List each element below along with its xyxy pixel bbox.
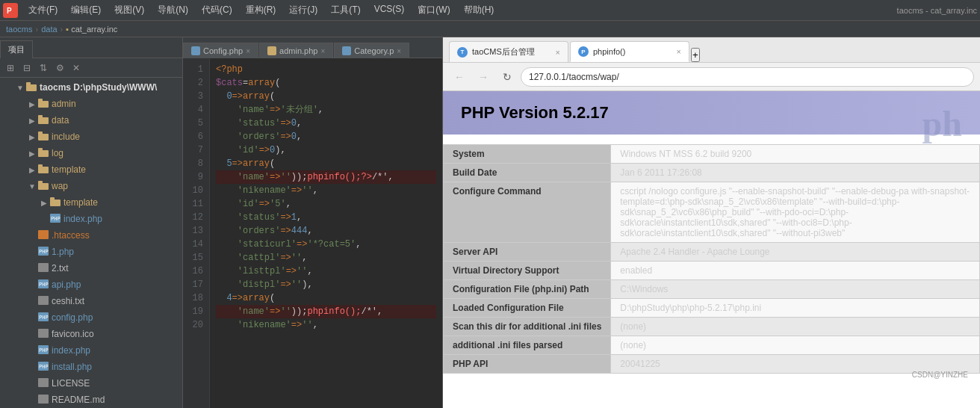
phpinfo-value: Jan 6 2011 17:26:08 bbox=[611, 164, 980, 182]
tree-item[interactable]: ▶data bbox=[0, 112, 182, 129]
menu-item[interactable]: 视图(V) bbox=[108, 2, 150, 18]
menu-item[interactable]: 工具(T) bbox=[325, 2, 366, 18]
forward-button[interactable]: → bbox=[473, 67, 494, 87]
code-editor: 1234567891011121314151617181920 <?php$ca… bbox=[183, 58, 442, 408]
code-line: 'listtpl'=>'', bbox=[216, 265, 436, 278]
php-version-title: PHP Version 5.2.17 bbox=[461, 103, 962, 123]
php-logo: ph bbox=[922, 103, 962, 144]
svg-rect-6 bbox=[38, 117, 49, 124]
browser-tab-close[interactable]: × bbox=[556, 48, 560, 57]
tree-item[interactable]: PHPapi.php bbox=[0, 276, 182, 293]
menu-item[interactable]: 代码(C) bbox=[196, 2, 238, 18]
code-line: $cats=array( bbox=[216, 76, 436, 90]
phpinfo-value: Apache 2.4 Handler - Apache Lounge bbox=[611, 243, 980, 262]
phpinfo-row: SystemWindows NT MSS 6.2 build 9200 bbox=[444, 145, 980, 164]
tree-item[interactable]: ▶include bbox=[0, 129, 182, 145]
menu-bar: P 文件(F)编辑(E)视图(V)导航(N)代码(C)重构(R)运行(J)工具(… bbox=[0, 0, 980, 21]
svg-rect-17 bbox=[50, 197, 55, 200]
tree-item[interactable]: favicon.ico bbox=[0, 326, 182, 342]
code-line: 5=>array( bbox=[216, 157, 436, 170]
menu-items: 文件(F)编辑(E)视图(V)导航(N)代码(C)重构(R)运行(J)工具(T)… bbox=[22, 2, 500, 18]
menu-item[interactable]: 文件(F) bbox=[22, 2, 63, 18]
phpinfo-key: Loaded Configuration File bbox=[444, 299, 611, 318]
tree-item[interactable]: 2.txt bbox=[0, 260, 182, 276]
tree-item[interactable]: ▶admin bbox=[0, 96, 182, 112]
code-content[interactable]: <?php$cats=array( 0=>array( 'name'=>'未分组… bbox=[210, 58, 442, 408]
svg-rect-10 bbox=[38, 150, 49, 157]
tree-item[interactable]: ▼wap bbox=[0, 178, 182, 194]
close-sidebar-button[interactable]: ✕ bbox=[69, 61, 84, 75]
browser-tabs-bar: TtaoCMS后台管理×Pphpinfo()×+ bbox=[443, 37, 980, 63]
tree-item[interactable]: ▶template bbox=[0, 194, 182, 211]
expand-all-button[interactable]: ⊞ bbox=[3, 61, 18, 75]
refresh-button[interactable]: ↻ bbox=[497, 67, 518, 87]
svg-rect-16 bbox=[50, 200, 61, 206]
tree-item[interactable]: .htaccess bbox=[0, 227, 182, 244]
file-icon: ▪ bbox=[66, 25, 69, 34]
svg-rect-34 bbox=[38, 378, 49, 387]
browser-tab[interactable]: Pphpinfo()× bbox=[570, 41, 689, 62]
menu-item[interactable]: 重构(R) bbox=[240, 2, 282, 18]
sidebar-tab-project-label: 项目 bbox=[8, 45, 25, 54]
code-line: 0=>array( bbox=[216, 90, 436, 103]
menu-item[interactable]: 帮助(H) bbox=[458, 2, 500, 18]
tree-item[interactable]: PHPindex.php bbox=[0, 342, 182, 359]
phpinfo-row: Build DateJan 6 2011 17:26:08 bbox=[444, 164, 980, 182]
code-line: 'name'=>'未分组', bbox=[216, 103, 436, 117]
phpinfo-row: Loaded Configuration FileD:\phpStudy\php… bbox=[444, 299, 980, 318]
phpinfo-row: Server APIApache 2.4 Handler - Apache Lo… bbox=[444, 243, 980, 262]
collapse-all-button[interactable]: ⊟ bbox=[19, 61, 34, 75]
sidebar: 项目 ⊞ ⊟ ⇅ ⚙ ✕ ▼taocms D:\phpStudy\WWW\▶ad… bbox=[0, 37, 183, 408]
new-tab-button[interactable]: + bbox=[691, 48, 700, 62]
tree-item[interactable]: ▶template bbox=[0, 161, 182, 178]
tree-item[interactable]: PHPindex.php bbox=[0, 211, 182, 227]
code-line: 'cattpl'=>'', bbox=[216, 251, 436, 265]
tree-item[interactable]: README.md bbox=[0, 392, 182, 408]
menu-item[interactable]: 导航(N) bbox=[152, 2, 194, 18]
menu-item[interactable]: 运行(J) bbox=[283, 2, 323, 18]
browser-tab-close[interactable]: × bbox=[677, 47, 681, 56]
tree-item[interactable]: ceshi.txt bbox=[0, 293, 182, 309]
tree-item[interactable]: PHP1.php bbox=[0, 244, 182, 260]
tab-close-button[interactable]: × bbox=[320, 47, 325, 55]
address-bar[interactable] bbox=[521, 67, 974, 87]
browser-tab[interactable]: TtaoCMS后台管理× bbox=[449, 41, 568, 62]
phpinfo-key: Virtual Directory Support bbox=[444, 262, 611, 280]
tree-item[interactable]: ▼taocms D:\phpStudy\WWW\ bbox=[0, 79, 182, 96]
menu-item[interactable]: 窗口(W) bbox=[412, 2, 456, 18]
breadcrumb-taocms[interactable]: taocms bbox=[6, 25, 32, 34]
editor-area: Config.php×admin.php×Category.p× 1234567… bbox=[183, 37, 442, 408]
tree-item[interactable]: PHPconfig.php bbox=[0, 309, 182, 326]
svg-text:PHP: PHP bbox=[39, 315, 49, 321]
breadcrumb-data[interactable]: data bbox=[41, 25, 57, 34]
code-line: 'nikename'=>'', bbox=[216, 184, 436, 197]
sidebar-tab-bar: 项目 bbox=[0, 37, 182, 58]
sort-button[interactable]: ⇅ bbox=[36, 61, 51, 75]
phpinfo-value: (none) bbox=[611, 336, 980, 355]
phpinfo-value: C:\Windows bbox=[611, 280, 980, 299]
editor-tab[interactable]: admin.php× bbox=[259, 43, 333, 58]
editor-tab[interactable]: Config.php× bbox=[183, 43, 258, 58]
svg-rect-5 bbox=[38, 99, 43, 102]
tree-item[interactable]: LICENSE bbox=[0, 375, 182, 392]
settings-button[interactable]: ⚙ bbox=[52, 61, 67, 75]
menu-item[interactable]: VCS(S) bbox=[368, 2, 411, 18]
tree-item[interactable]: PHPinstall.php bbox=[0, 359, 182, 375]
tab-close-button[interactable]: × bbox=[397, 47, 401, 55]
file-tree: ▼taocms D:\phpStudy\WWW\▶admin▶data▶incl… bbox=[0, 78, 182, 408]
tab-close-button[interactable]: × bbox=[246, 47, 250, 55]
phpinfo-value: cscript /nologo configure.js "--enable-s… bbox=[611, 182, 980, 243]
tree-item[interactable]: ▶log bbox=[0, 145, 182, 161]
watermark: CSDN@YINZHE bbox=[443, 368, 974, 382]
favicon: P bbox=[578, 46, 589, 57]
breadcrumb-file: ▪cat_array.inc bbox=[66, 25, 117, 34]
sidebar-tab-project[interactable]: 项目 bbox=[0, 40, 33, 58]
browser-content[interactable]: ph PHP Version 5.2.17 SystemWindows NT M… bbox=[443, 91, 980, 408]
svg-text:P: P bbox=[7, 7, 12, 15]
menu-item[interactable]: 编辑(E) bbox=[65, 2, 107, 18]
svg-rect-11 bbox=[38, 148, 43, 151]
svg-rect-4 bbox=[38, 101, 49, 108]
phpinfo-value: (none) bbox=[611, 318, 980, 336]
back-button[interactable]: ← bbox=[449, 67, 470, 87]
editor-tab[interactable]: Category.p× bbox=[334, 43, 409, 58]
